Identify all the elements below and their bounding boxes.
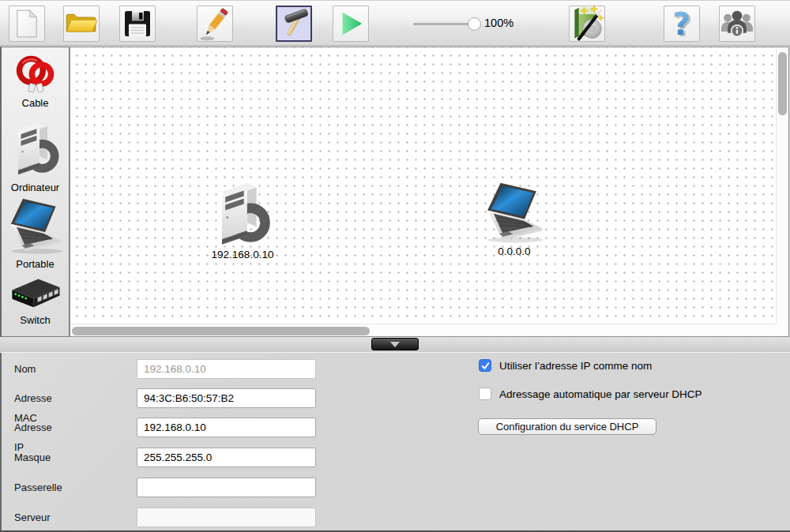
dhcp-config-button[interactable]: Configuration du service DHCP bbox=[478, 418, 656, 435]
serveur-dns-label: Serveur DNS bbox=[14, 508, 51, 532]
horizontal-scrollbar-thumb[interactable] bbox=[72, 327, 370, 335]
sidebar-item-label: Cable bbox=[22, 97, 49, 109]
play-icon bbox=[337, 9, 364, 38]
help-button[interactable]: ? ? bbox=[664, 6, 700, 42]
question-mark-icon: ? ? bbox=[667, 6, 697, 41]
zoom-slider[interactable] bbox=[413, 17, 481, 31]
dhcp-auto-checkbox-row[interactable]: Adressage automatique par serveur DHCP bbox=[479, 388, 702, 400]
passerelle-input[interactable] bbox=[137, 478, 316, 497]
node-label: 192.168.0.10 bbox=[212, 249, 274, 260]
hammer-icon bbox=[278, 8, 310, 39]
sidebar-item-ordinateur[interactable]: Ordinateur bbox=[10, 112, 61, 193]
use-ip-as-name-label: Utiliser l’adresse IP comme nom bbox=[499, 360, 652, 372]
action-mode-button[interactable] bbox=[276, 6, 312, 42]
sidebar-item-portable[interactable]: Portable bbox=[4, 197, 67, 270]
use-ip-as-name-checkbox-row[interactable]: Utiliser l’adresse IP comme nom bbox=[479, 359, 652, 372]
vertical-scrollbar[interactable] bbox=[776, 47, 788, 324]
config-panel: Nom Adresse MAC Adresse IP Masque Passer… bbox=[0, 353, 790, 532]
dhcp-auto-checkbox[interactable] bbox=[479, 388, 491, 400]
simulation-mode-button[interactable] bbox=[333, 6, 369, 42]
computer-icon bbox=[213, 174, 273, 248]
people-info-icon bbox=[720, 8, 754, 39]
vertical-scrollbar-thumb[interactable] bbox=[778, 52, 787, 115]
panel-divider bbox=[0, 337, 790, 353]
pencil-icon bbox=[198, 6, 232, 42]
cable-icon bbox=[12, 53, 59, 96]
nom-label: Nom bbox=[14, 359, 36, 379]
laptop-icon bbox=[479, 182, 550, 245]
laptop-icon bbox=[4, 197, 67, 257]
toolbar: 100% ? ? bbox=[0, 0, 790, 46]
sidebar-item-label: Portable bbox=[16, 258, 54, 270]
zoom-level-label: 100% bbox=[484, 17, 514, 29]
sidebar-item-switch[interactable]: Switch bbox=[9, 273, 62, 326]
svg-text:?: ? bbox=[672, 6, 690, 41]
checkmark-icon bbox=[480, 361, 491, 371]
zoom-slider-knob[interactable] bbox=[468, 17, 481, 31]
node-label: 0.0.0.0 bbox=[498, 245, 530, 257]
masque-label: Masque bbox=[14, 448, 51, 467]
design-mode-button[interactable] bbox=[197, 6, 233, 42]
use-ip-as-name-checkbox[interactable] bbox=[479, 359, 491, 372]
dhcp-auto-label: Adressage automatique par serveur DHCP bbox=[499, 388, 702, 400]
masque-input[interactable] bbox=[137, 448, 316, 467]
chevron-down-icon bbox=[390, 342, 400, 347]
adresse-mac-input[interactable] bbox=[137, 388, 316, 408]
open-folder-icon bbox=[65, 10, 98, 37]
passerelle-label: Passerelle bbox=[14, 478, 62, 497]
collapse-panel-button[interactable] bbox=[371, 338, 419, 350]
canvas-node-laptop[interactable]: 0.0.0.0 bbox=[451, 182, 577, 257]
network-canvas[interactable]: 192.168.0.10 0.0.0.0 bbox=[70, 47, 789, 337]
canvas-surface[interactable]: 192.168.0.10 0.0.0.0 bbox=[70, 47, 776, 324]
canvas-node-server[interactable]: 192.168.0.10 bbox=[179, 174, 306, 260]
software-wizard-button[interactable] bbox=[569, 6, 605, 42]
serveur-dns-input[interactable] bbox=[137, 508, 316, 527]
scrollbar-corner bbox=[776, 324, 788, 336]
nom-input[interactable] bbox=[137, 359, 316, 379]
computer-icon bbox=[10, 112, 61, 180]
switch-icon bbox=[9, 273, 62, 313]
zoom-slider-track[interactable] bbox=[413, 23, 474, 25]
component-sidebar: Cable Ordinateur Portable bbox=[0, 47, 70, 337]
about-button[interactable] bbox=[719, 6, 755, 42]
sidebar-item-label: Ordinateur bbox=[11, 182, 59, 193]
adresse-ip-input[interactable] bbox=[137, 418, 316, 437]
software-wizard-icon bbox=[570, 6, 604, 42]
sidebar-item-label: Switch bbox=[20, 314, 50, 326]
sidebar-item-cable[interactable]: Cable bbox=[12, 53, 59, 109]
horizontal-scrollbar[interactable] bbox=[70, 324, 776, 336]
save-button[interactable] bbox=[119, 6, 156, 42]
app-window: 100% ? ? bbox=[0, 0, 790, 532]
open-button[interactable] bbox=[63, 6, 100, 42]
new-document-icon bbox=[15, 9, 39, 39]
new-button[interactable] bbox=[9, 6, 45, 42]
save-floppy-icon bbox=[123, 9, 152, 38]
